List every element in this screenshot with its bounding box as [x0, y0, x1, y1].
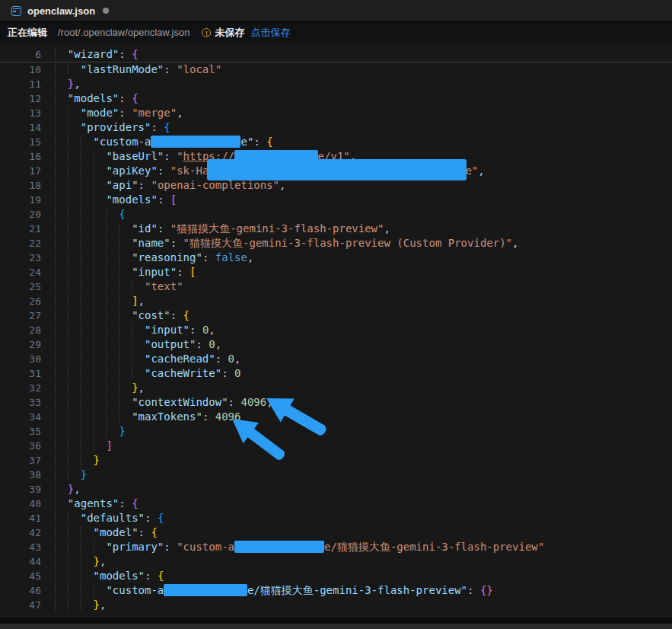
code-line: 32 }, — [0, 381, 672, 395]
code-line: 27 "cost": { — [0, 308, 672, 323]
code-line: 11 }, — [0, 77, 672, 91]
line-number: 23 — [0, 251, 41, 265]
line-number: 41 — [0, 511, 41, 525]
line-number: 21 — [0, 222, 41, 236]
code-line: 12 "models": { — [0, 91, 672, 106]
code-line: 43 "primary": "custom-a e/猫猫摸大鱼-gemini-3… — [0, 540, 672, 554]
line-number: 17 — [0, 164, 41, 178]
code-line: 20 { — [0, 207, 672, 222]
code-line: 44 }, — [0, 554, 672, 569]
code-line: 26 ], — [0, 294, 672, 308]
line-number: 45 — [0, 569, 41, 583]
tab-title[interactable]: openclaw.json — [27, 5, 95, 17]
code-line: 37 } — [0, 453, 672, 468]
code-line: 42 "model": { — [0, 525, 672, 540]
unsaved-label: 未保存 — [215, 26, 244, 40]
code-line: 38 } — [0, 468, 672, 482]
line-number: 43 — [0, 540, 41, 554]
line-number: 16 — [0, 149, 41, 164]
line-number: 44 — [0, 554, 41, 569]
code-line: 40 "agents": { — [0, 496, 672, 511]
json-file-icon — [11, 6, 21, 16]
line-number: 20 — [0, 207, 41, 222]
redaction-box — [209, 164, 465, 177]
code-line: 25 "text" — [0, 279, 672, 294]
line-number: 36 — [0, 439, 41, 453]
line-number: 25 — [0, 279, 41, 294]
redaction-box — [234, 541, 324, 553]
code-line: 17 "apiKey": "sk-Ha e", — [0, 164, 672, 178]
bottom-bar — [0, 624, 672, 629]
file-path: /root/.openclaw/openclaw.json — [58, 27, 189, 38]
unsaved-dot-icon — [103, 8, 109, 14]
bottom-gap — [0, 618, 672, 624]
warning-icon: ! — [202, 28, 211, 37]
line-number: 39 — [0, 482, 41, 496]
editor-window: openclaw.json 正在编辑 /root/.openclaw/openc… — [0, 0, 672, 629]
code-line: 21 "id": "猫猫摸大鱼-gemini-3-flash-preview", — [0, 222, 672, 236]
line-number: 22 — [0, 236, 41, 251]
code-line: 47 }, — [0, 598, 672, 612]
line-number: 30 — [0, 352, 41, 366]
code-line: 33 "contextWindow": 4096, — [0, 395, 672, 410]
code-line: 22 "name": "猫猫摸大鱼-gemini-3-flash-preview… — [0, 236, 672, 251]
code-line: 36 ] — [0, 439, 672, 453]
code-line: 15 "custom-a e": { — [0, 135, 672, 149]
line-number: 46 — [0, 583, 41, 598]
code-line: 6 "wizard": { — [0, 47, 672, 62]
code-line: 35 } — [0, 424, 672, 439]
code-lines: 6 "wizard": {10 "lastRunMode": "local"11… — [0, 43, 672, 612]
code-line: 39 }, — [0, 482, 672, 496]
line-number: 24 — [0, 265, 41, 279]
code-line: 19 "models": [ — [0, 193, 672, 207]
code-line: 29 "output": 0, — [0, 337, 672, 352]
line-number: 38 — [0, 468, 41, 482]
line-number: 11 — [0, 77, 41, 91]
tab-bar: openclaw.json — [0, 0, 672, 22]
code-line: 31 "cacheWrite": 0 — [0, 366, 672, 381]
code-line: 30 "cacheRead": 0, — [0, 352, 672, 366]
save-link[interactable]: 点击保存 — [250, 26, 290, 40]
code-line: 34 "maxTokens": 4096 — [0, 410, 672, 424]
line-number: 32 — [0, 381, 41, 395]
code-line: 23 "reasoning": false, — [0, 251, 672, 265]
line-number: 14 — [0, 120, 41, 135]
line-number: 28 — [0, 323, 41, 337]
line-number: 13 — [0, 106, 41, 120]
line-number: 34 — [0, 410, 41, 424]
line-number: 15 — [0, 135, 41, 149]
code-line: 13 "mode": "merge", — [0, 106, 672, 120]
redaction-box — [151, 136, 240, 148]
redaction-box — [164, 584, 247, 596]
line-number: 27 — [0, 308, 41, 323]
line-number: 6 — [0, 47, 41, 62]
code-line: 24 "input": [ — [0, 265, 672, 279]
code-line: 28 "input": 0, — [0, 323, 672, 337]
line-number: 31 — [0, 366, 41, 381]
code-editor[interactable]: 6 "wizard": {10 "lastRunMode": "local"11… — [0, 43, 672, 618]
line-number: 29 — [0, 337, 41, 352]
line-number: 40 — [0, 496, 41, 511]
line-number: 19 — [0, 193, 41, 207]
line-number: 12 — [0, 91, 41, 106]
status-row: 正在编辑 /root/.openclaw/openclaw.json ! 未保存… — [0, 22, 672, 43]
editing-mode-label: 正在编辑 — [8, 26, 47, 40]
code-line: 45 "models": { — [0, 569, 672, 583]
line-number: 10 — [0, 62, 41, 77]
code-line: 10 "lastRunMode": "local" — [0, 62, 672, 77]
code-line: 14 "providers": { — [0, 120, 672, 135]
line-number: 18 — [0, 178, 41, 193]
code-line: 46 "custom-a e/猫猫摸大鱼-gemini-3-flash-prev… — [0, 583, 672, 598]
line-number: 42 — [0, 525, 41, 540]
line-number: 26 — [0, 294, 41, 308]
code-line: 41 "defaults": { — [0, 511, 672, 525]
line-number: 33 — [0, 395, 41, 410]
line-number: 37 — [0, 453, 41, 468]
line-number: 35 — [0, 424, 41, 439]
line-number: 47 — [0, 598, 41, 612]
